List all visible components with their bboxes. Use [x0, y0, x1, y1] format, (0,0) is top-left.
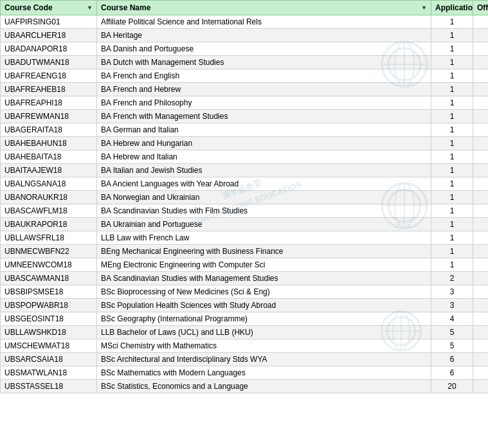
course-name-cell: BA French and Philosophy: [97, 96, 431, 110]
offer-cell: [473, 29, 489, 42]
course-name-cell: BA Scandinavian Studies with Management …: [97, 272, 431, 285]
course-name-cell: BA German and Italian: [97, 123, 431, 137]
course-code-cell: UBADANAPOR18: [1, 42, 97, 56]
course-code-cell: UBASCAWMAN18: [1, 272, 97, 285]
offer-cell: [473, 96, 489, 110]
offer-header[interactable]: Offe: [473, 1, 489, 15]
table-row: UBSBIPSMSE18BSc Bioprocessing of New Med…: [1, 285, 489, 299]
offer-cell: [473, 56, 489, 69]
course-code-cell: UBANORAUKR18: [1, 191, 97, 204]
offer-cell: [473, 245, 489, 258]
course-code-header[interactable]: Course Code ▼: [1, 1, 97, 15]
table-row: UBAFREAPHI18BA French and Philosophy1: [1, 96, 489, 110]
offer-cell: [473, 42, 489, 56]
course-code-cell: UBAFREWMAN18: [1, 110, 97, 123]
table-row: UBASCAWFLM18BA Scandinavian Studies with…: [1, 204, 489, 218]
offer-cell: [473, 150, 489, 164]
course-name-cell: BA Danish and Portuguese: [97, 42, 431, 56]
course-name-cell: BSc Population Health Sciences with Stud…: [97, 299, 431, 312]
course-name-cell: LLB Bachelor of Laws (UCL) and LLB (HKU): [97, 326, 431, 339]
course-code-cell: UBSGEOSINT18: [1, 312, 97, 326]
course-name-cell: BSc Bioprocessing of New Medicines (Sci …: [97, 285, 431, 299]
course-name-cell: MSci Chemistry with Mathematics: [97, 339, 431, 353]
course-code-cell: UMNEENWCOM18: [1, 258, 97, 272]
applications-cell: 1: [431, 258, 473, 272]
course-code-cell: UBAFREAPHI18: [1, 96, 97, 110]
applications-cell: 1: [431, 177, 473, 191]
offer-cell: [473, 204, 489, 218]
applications-cell: 5: [431, 326, 473, 339]
table-row: UMSCHEWMAT18MSci Chemistry with Mathemat…: [1, 339, 489, 353]
table-row: UAFPIRSING01Affiliate Political Science …: [1, 15, 489, 29]
table-row: UBANORAUKR18BA Norwegian and Ukrainian1: [1, 191, 489, 204]
applications-cell: 1: [431, 218, 473, 231]
course-code-cell: UBADUTWMAN18: [1, 56, 97, 69]
course-name-cell: BA Heritage: [97, 29, 431, 42]
table-row: UBADUTWMAN18BA Dutch with Management Stu…: [1, 56, 489, 69]
course-name-cell: BSc Geography (International Programme): [97, 312, 431, 326]
course-code-cell: UBSMATWLAN18: [1, 366, 97, 380]
course-name-filter-icon[interactable]: ▼: [421, 4, 427, 11]
applications-cell: 1: [431, 56, 473, 69]
applications-cell: 1: [431, 15, 473, 29]
course-name-cell: BSc Statistics, Economics and a Language: [97, 380, 431, 393]
table-row: UBAFREAHEB18BA French and Hebrew1: [1, 83, 489, 96]
applications-cell: 1: [431, 164, 473, 177]
applications-cell: 1: [431, 29, 473, 42]
offer-cell: [473, 312, 489, 326]
offer-cell: [473, 366, 489, 380]
course-code-cell: UMSCHEWMAT18: [1, 339, 97, 353]
course-name-cell: BA Ukrainian and Portuguese: [97, 218, 431, 231]
applications-cell: 1: [431, 150, 473, 164]
applications-header[interactable]: Applicatio ▼: [431, 1, 473, 15]
course-code-cell: UBSBIPSMSE18: [1, 285, 97, 299]
course-code-cell: UBASCAWFLM18: [1, 204, 97, 218]
course-code-cell: UBSSTASSEL18: [1, 380, 97, 393]
offer-cell: [473, 339, 489, 353]
offer-cell: [473, 164, 489, 177]
course-name-cell: BA Hebrew and Italian: [97, 150, 431, 164]
applications-cell: 2: [431, 272, 473, 285]
table-row: UBAGERAITA18BA German and Italian1: [1, 123, 489, 137]
course-code-cell: UBAGERAITA18: [1, 123, 97, 137]
course-name-cell: Affiliate Political Science and Internat…: [97, 15, 431, 29]
applications-cell: 3: [431, 299, 473, 312]
applications-cell: 5: [431, 339, 473, 353]
course-name-header[interactable]: Course Name ▼: [97, 1, 431, 15]
offer-cell: [473, 110, 489, 123]
course-name-cell: BA French and English: [97, 69, 431, 83]
course-code-cell: UBAHEBAITA18: [1, 150, 97, 164]
applications-cell: 4: [431, 312, 473, 326]
table-row: UBSSTASSEL18BSc Statistics, Economics an…: [1, 380, 489, 393]
applications-cell: 20: [431, 380, 473, 393]
applications-cell: 6: [431, 353, 473, 366]
table-row: UBLLAWSFRL18LLB Law with French Law1: [1, 231, 489, 245]
table-row: UBSGEOSINT18BSc Geography (International…: [1, 312, 489, 326]
offer-cell: [473, 353, 489, 366]
applications-cell: 1: [431, 123, 473, 137]
table-row: UBSPOPWABR18BSc Population Health Scienc…: [1, 299, 489, 312]
course-name-cell: BA Ancient Languages with Year Abroad: [97, 177, 431, 191]
course-code-filter-icon[interactable]: ▼: [87, 4, 93, 11]
table-row: UBSARCSAIA18BSc Architectural and Interd…: [1, 353, 489, 366]
course-name-cell: LLB Law with French Law: [97, 231, 431, 245]
data-table: Course Code ▼ Course Name ▼ Applicatio ▼: [0, 0, 488, 393]
offer-cell: [473, 69, 489, 83]
offer-cell: [473, 272, 489, 285]
applications-cell: 1: [431, 69, 473, 83]
table-row: UBAARCLHER18BA Heritage1: [1, 29, 489, 42]
offer-cell: [473, 218, 489, 231]
table-row: UBASCAWMAN18BA Scandinavian Studies with…: [1, 272, 489, 285]
course-name-cell: BA French with Management Studies: [97, 110, 431, 123]
offer-cell: [473, 123, 489, 137]
applications-cell: 1: [431, 42, 473, 56]
offer-cell: [473, 380, 489, 393]
applications-cell: 1: [431, 204, 473, 218]
course-name-cell: BA Italian and Jewish Studies: [97, 164, 431, 177]
offer-cell: [473, 177, 489, 191]
table-row: UBAUKRAPOR18BA Ukrainian and Portuguese1: [1, 218, 489, 231]
course-name-cell: BA Norwegian and Ukrainian: [97, 191, 431, 204]
course-name-cell: BSc Architectural and Interdisciplinary …: [97, 353, 431, 366]
offer-cell: [473, 326, 489, 339]
applications-cell: 1: [431, 191, 473, 204]
